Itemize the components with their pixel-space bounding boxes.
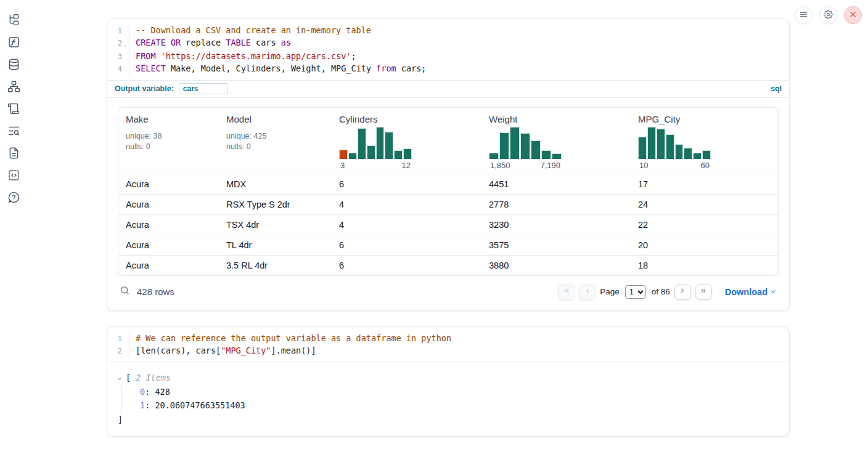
column-histogram: 1060: [638, 127, 711, 170]
prev-page-button[interactable]: [579, 284, 596, 300]
histogram-bar[interactable]: [489, 153, 499, 159]
chevron-down-icon[interactable]: ⌄: [118, 371, 126, 385]
first-page-button[interactable]: [558, 284, 575, 300]
settings-button[interactable]: [819, 6, 837, 24]
table-cell: Acura: [118, 200, 219, 209]
output-variable-input[interactable]: [179, 83, 228, 94]
table-row[interactable]: Acura3.5 RL 4dr6388018: [118, 255, 778, 275]
code-line[interactable]: 4SELECT Make, Model, Cylinders, Weight, …: [107, 63, 789, 75]
histogram-bar[interactable]: [541, 150, 551, 159]
graph-icon[interactable]: [7, 80, 20, 93]
code-token: replace: [181, 38, 226, 47]
column-header-make[interactable]: Makeunique: 38nulls: 0: [118, 108, 219, 174]
column-name: Make: [126, 114, 211, 124]
top-right-controls: [795, 6, 862, 24]
code-token: -- Download a CSV and create an in-memor…: [136, 25, 371, 35]
histogram-bar[interactable]: [693, 153, 702, 158]
column-stat: nulls: 0: [226, 142, 324, 152]
table-cell: 4451: [481, 179, 631, 189]
chevron-down-icon: [770, 287, 777, 297]
code-text: FROM 'https://datasets.marimo.app/cars.c…: [129, 51, 356, 63]
table-cell: 18: [631, 261, 779, 270]
histogram-bar[interactable]: [657, 129, 665, 159]
column-stats: unique: 425nulls: 0: [226, 131, 324, 152]
download-label: Download: [725, 287, 768, 297]
histogram-bar[interactable]: [702, 150, 711, 159]
histogram-bar[interactable]: [358, 128, 366, 158]
histogram-bar[interactable]: [339, 150, 348, 159]
column-header-mpg_city[interactable]: MPG_City1060: [631, 108, 779, 174]
table-cell: TSX 4dr: [219, 220, 332, 230]
language-badge: sql: [771, 84, 782, 93]
page-total: of 86: [652, 287, 670, 296]
table-row[interactable]: AcuraRSX Type S 2dr4277824: [118, 194, 778, 214]
table-cell: 6: [332, 240, 481, 250]
histogram-bar[interactable]: [499, 132, 509, 159]
menu-button[interactable]: [795, 6, 813, 24]
histogram-bar[interactable]: [647, 127, 656, 159]
column-stat: unique: 38: [126, 131, 211, 142]
hamburger-icon: [799, 10, 808, 21]
histogram-bar[interactable]: [394, 150, 403, 159]
histogram-bar[interactable]: [684, 148, 692, 159]
code-line[interactable]: 2⌄CREATE OR replace TABLE cars as: [107, 37, 789, 51]
code-text: -- Download a CSV and create an in-memor…: [129, 25, 371, 37]
column-stat: nulls: 0: [126, 142, 211, 152]
page-select[interactable]: 1: [625, 285, 646, 299]
code-text: # We can reference the output variable a…: [129, 333, 451, 345]
histogram-bar[interactable]: [510, 127, 520, 159]
histogram-bar[interactable]: [666, 134, 674, 159]
histogram-bar[interactable]: [675, 144, 684, 159]
close-bracket: ]: [118, 413, 779, 427]
column-header-weight[interactable]: Weight1,8507,190: [481, 108, 631, 174]
histogram-bar[interactable]: [531, 140, 541, 159]
histogram-bar[interactable]: [348, 153, 357, 158]
download-button[interactable]: Download: [725, 287, 777, 297]
next-page-button[interactable]: [674, 284, 691, 300]
database-icon[interactable]: [7, 58, 20, 71]
python-code-editor[interactable]: 1# We can reference the output variable …: [107, 327, 789, 362]
histogram-bar[interactable]: [403, 148, 412, 159]
histogram-bar[interactable]: [552, 153, 562, 159]
code-line[interactable]: 1-- Download a CSV and create an in-memo…: [107, 25, 789, 37]
histogram-bar[interactable]: [376, 127, 385, 159]
code-line[interactable]: 3FROM 'https://datasets.marimo.app/cars.…: [107, 51, 789, 63]
table-cell: 3230: [481, 220, 631, 230]
code-line[interactable]: 2[len(cars), cars["MPG_City"].mean()]: [107, 345, 789, 357]
code-token: as: [281, 38, 291, 47]
list-search-icon[interactable]: [7, 124, 20, 137]
code-box-icon[interactable]: [7, 169, 20, 182]
fold-chevron-icon[interactable]: ⌄: [122, 37, 129, 51]
table-body: AcuraMDX6445117AcuraRSX Type S 2dr427782…: [118, 174, 778, 275]
help-bubble-icon[interactable]: [7, 191, 20, 204]
histogram-bar[interactable]: [385, 132, 393, 159]
shutdown-button[interactable]: [844, 6, 862, 24]
scroll-icon[interactable]: [7, 102, 20, 115]
column-stats: unique: 38nulls: 0: [126, 131, 211, 152]
column-header-model[interactable]: Modelunique: 425nulls: 0: [219, 108, 332, 174]
functions-icon[interactable]: [7, 36, 20, 49]
search-icon[interactable]: [120, 285, 130, 298]
table-row[interactable]: AcuraTSX 4dr4323022: [118, 214, 778, 235]
histogram-bars: [339, 127, 412, 159]
file-tree-icon[interactable]: [7, 14, 20, 26]
last-page-button[interactable]: [695, 284, 712, 300]
table-cell: 3.5 RL 4dr: [219, 261, 332, 270]
code-line[interactable]: 1# We can reference the output variable …: [107, 333, 789, 345]
sql-code-editor[interactable]: 1-- Download a CSV and create an in-memo…: [107, 19, 789, 80]
histogram-bar[interactable]: [520, 133, 530, 159]
python-output-tree: ⌄ [ 2 Items 0: 4281: 20.060747663551403 …: [107, 362, 789, 436]
histogram-bar[interactable]: [638, 137, 647, 158]
table-row[interactable]: AcuraMDX6445117: [118, 174, 778, 194]
code-token: ;: [351, 51, 356, 61]
code-token: SELECT: [136, 63, 166, 73]
table-row[interactable]: AcuraTL 4dr6357520: [118, 235, 778, 255]
histogram-bar[interactable]: [367, 145, 375, 159]
page-label: Page: [600, 287, 620, 296]
notebook-area: 1-- Download a CSV and create an in-memo…: [107, 18, 790, 437]
code-token: FROM: [136, 51, 156, 61]
column-header-cylinders[interactable]: Cylinders312: [332, 108, 481, 174]
tree-entry-key: 1: [140, 400, 145, 410]
line-number: 4: [107, 63, 122, 75]
document-icon[interactable]: [7, 147, 20, 160]
